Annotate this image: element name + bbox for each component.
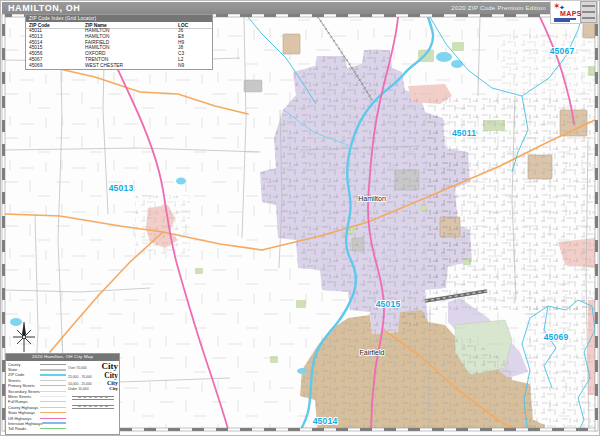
- highway-sample-icon: [68, 403, 118, 410]
- header-bar: HAMILTON, OH 2020 ZIP Code Premium Editi…: [2, 2, 552, 14]
- legend-swatch: [40, 369, 66, 371]
- legend-swatch: [40, 380, 66, 381]
- publisher-logo: ✶ ✦ MAPS: [550, 0, 598, 24]
- city-label-hamilton: Hamilton: [358, 195, 386, 202]
- legend-swatch: [40, 401, 66, 402]
- legend-item: Toll Roads: [8, 426, 66, 431]
- legend-swatch: [42, 422, 66, 424]
- city-size-row: Under 10,000City: [68, 387, 118, 392]
- legend-swatch: [40, 428, 66, 429]
- compass-rose: [8, 320, 40, 354]
- legend-city-sizes: Over 70,000City25,000 - 70,000City10,000…: [68, 362, 118, 410]
- zip-index-card: ZIP Code Index (Grid Locator) ZIP Code Z…: [25, 14, 213, 70]
- legend-swatch: [40, 374, 66, 376]
- city-size-row: 25,000 - 70,000City: [68, 372, 118, 380]
- zip-label-45014: 45014: [313, 416, 338, 426]
- zip-label-45069: 45069: [544, 332, 569, 342]
- legend-swatch: [40, 391, 66, 392]
- legend-swatch: [40, 396, 66, 397]
- legend-items: CountyStateZIP CodeStreetsPrimary Street…: [8, 362, 66, 432]
- map-poster-page: 45056450674501145013450154506945014 Hami…: [0, 0, 600, 436]
- legend-swatch: [40, 418, 66, 419]
- logo-info-block: [580, 1, 597, 23]
- zip-label-45015: 45015: [376, 299, 401, 309]
- edition-label: 2020 ZIP Code Premium Edition: [451, 5, 552, 11]
- legend-swatch: [40, 385, 66, 386]
- legend-swatch: [40, 364, 66, 365]
- zip-index-title: ZIP Code Index (Grid Locator): [26, 15, 212, 22]
- page-title: HAMILTON, OH: [2, 3, 80, 13]
- zip-table-row: 45069WEST CHESTERN9: [26, 63, 212, 69]
- city-label-fairfield: Fairfield: [360, 349, 385, 356]
- zip-label-45067: 45067: [550, 46, 575, 56]
- divided-highway-sample-icon: [68, 394, 118, 401]
- legend-card: 2020 Hamilton, OH City Map CountyStateZI…: [5, 353, 120, 435]
- zip-label-45013: 45013: [109, 183, 134, 193]
- logo-brand-text: MAPS: [560, 10, 582, 17]
- zip-index-table: ZIP Code ZIP Name LOC 45011HAMILTONJ6450…: [26, 22, 212, 69]
- legend-swatch: [40, 407, 66, 408]
- zip-label-45011: 45011: [452, 128, 476, 138]
- legend-swatch: [40, 412, 66, 413]
- city-size-row: Over 70,000City: [68, 362, 118, 371]
